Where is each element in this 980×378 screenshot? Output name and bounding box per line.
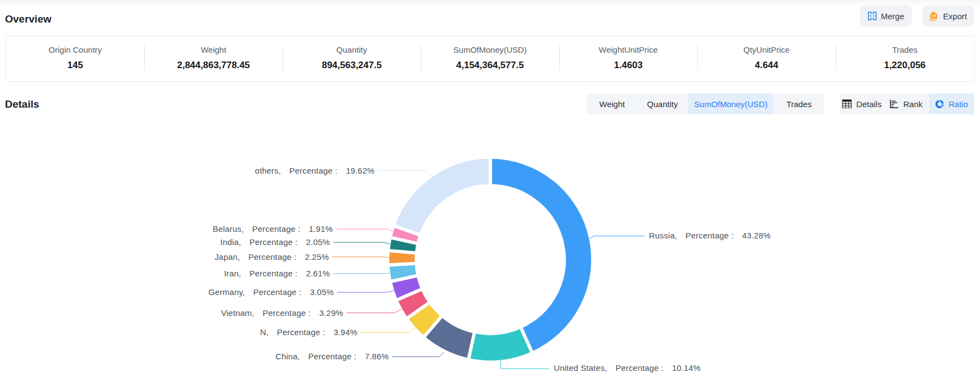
svg-text:Vietnam, Percentage : 3.29%: Vietnam, Percentage : 3.29% xyxy=(221,308,343,318)
svg-text:Germany, Percentage : 3.05%: Germany, Percentage : 3.05% xyxy=(208,287,334,297)
svg-text:China, Percentage : 7.86%: China, Percentage : 7.86% xyxy=(276,352,389,361)
svg-text:United States, Percentage : 1: United States, Percentage : 10.14% xyxy=(554,363,701,373)
svg-text:India, Percentage : 2.05%: India, Percentage : 2.05% xyxy=(221,237,330,247)
svg-text:Japan, Percentage : 2.25%: Japan, Percentage : 2.25% xyxy=(214,252,329,262)
svg-text:Belarus, Percentage : 1.91%: Belarus, Percentage : 1.91% xyxy=(213,224,333,234)
svg-text:Russia, Percentage : 43.28%: Russia, Percentage : 43.28% xyxy=(649,231,771,240)
svg-text:others, Percentage : 19.62%: others, Percentage : 19.62% xyxy=(255,166,375,175)
svg-text:Iran, Percentage : 2.61%: Iran, Percentage : 2.61% xyxy=(224,269,330,278)
svg-text:N, Percentage : 3.94%: N, Percentage : 3.94% xyxy=(260,327,357,337)
